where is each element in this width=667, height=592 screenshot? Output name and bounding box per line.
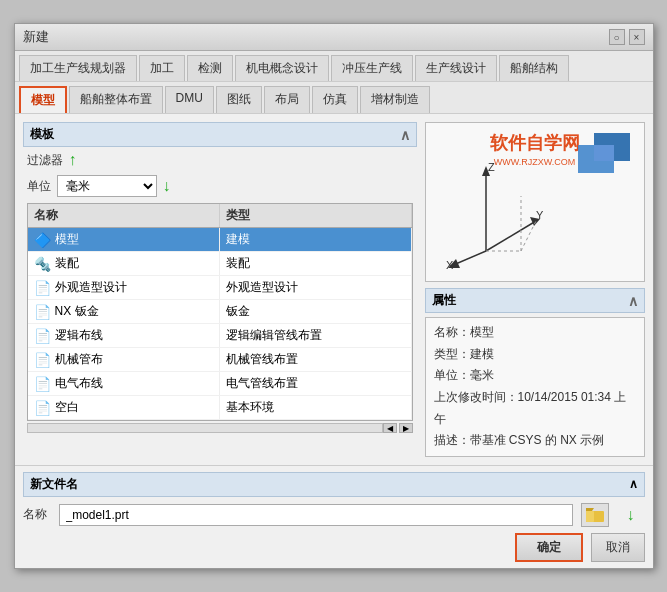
prop-type-label: 类型：	[434, 347, 470, 361]
table-row[interactable]: 📄 逻辑布线 逻辑编辑管线布置	[28, 324, 412, 348]
col-name-header: 名称	[28, 204, 220, 227]
horizontal-scrollbar[interactable]	[27, 423, 383, 433]
col-type-header: 类型	[220, 204, 412, 227]
down-arrow-icon: ↓	[627, 506, 635, 524]
properties-content: 名称：模型 类型：建模 单位：毫米 上次修改时间：10/14/2015 01:3…	[425, 317, 645, 457]
row-name: 机械管布	[55, 351, 103, 368]
prop-desc-label: 描述：	[434, 433, 470, 447]
filename-arrow-button[interactable]: ↓	[617, 503, 645, 527]
prop-modified-label: 上次修改时间：	[434, 390, 518, 404]
table-row[interactable]: 📄 电气布线 电气管线布置	[28, 372, 412, 396]
pipe-icon: 📄	[34, 352, 51, 368]
tabs-row2: 模型 船舶整体布置 DMU 图纸 布局 仿真 增材制造	[15, 82, 653, 114]
row-name: 电气布线	[55, 375, 103, 392]
templates-collapse-icon[interactable]: ∧	[400, 127, 410, 143]
table-cell-name: 📄 空白	[28, 396, 220, 419]
tab-dmu[interactable]: DMU	[165, 86, 214, 113]
properties-section: 属性 ∧ 名称：模型 类型：建模 单位：毫米 上次修改时间：10/14/2015…	[425, 288, 645, 457]
filename-collapse-icon[interactable]: ∧	[629, 477, 638, 491]
properties-label: 属性	[432, 292, 456, 309]
prop-modified: 上次修改时间：10/14/2015 01:34 上午	[434, 387, 636, 430]
prop-unit-label: 单位：	[434, 368, 470, 382]
tab-machining-line[interactable]: 加工生产线规划器	[19, 55, 137, 81]
tab-machining[interactable]: 加工	[139, 55, 185, 81]
row-name: 空白	[55, 399, 79, 416]
unit-row: 单位 毫米 英寸 ↓	[23, 175, 417, 197]
tab-simulation[interactable]: 仿真	[312, 86, 358, 113]
close-button[interactable]: ×	[629, 29, 645, 45]
bottom-area: 新文件名 ∧ 名称 ↓ 确定 取消	[15, 465, 653, 568]
table-cell-type: 建模	[220, 228, 412, 251]
assembly-icon: 🔩	[34, 256, 51, 272]
props-collapse-icon[interactable]: ∧	[628, 293, 638, 309]
right-panel: 软件自学网 WWW.RJZXW.COM Z	[425, 122, 645, 457]
tab-mcd[interactable]: 机电概念设计	[235, 55, 329, 81]
prop-name-value: 模型	[470, 325, 494, 339]
unit-select[interactable]: 毫米 英寸	[57, 175, 157, 197]
button-row: 确定 取消	[23, 533, 645, 562]
row-name: 装配	[55, 255, 79, 272]
tab-ship[interactable]: 船舶结构	[499, 55, 569, 81]
shape-icon: 📄	[34, 280, 51, 296]
ok-button[interactable]: 确定	[515, 533, 583, 562]
svg-marker-17	[586, 508, 594, 511]
tab-inspection[interactable]: 检测	[187, 55, 233, 81]
table-cell-type: 装配	[220, 252, 412, 275]
table-cell-type: 机械管线布置	[220, 348, 412, 371]
window-title: 新建	[23, 28, 49, 46]
table-row[interactable]: 📄 空白 基本环境	[28, 396, 412, 420]
filename-row: 名称 ↓	[23, 503, 645, 527]
tab-layout[interactable]: 布局	[264, 86, 310, 113]
scroll-right-btn[interactable]: ▶	[399, 423, 413, 433]
table-row[interactable]: 📄 机械管布 机械管线布置	[28, 348, 412, 372]
coordinate-system-svg: Z Y X	[446, 161, 546, 271]
tab-additive[interactable]: 增材制造	[360, 86, 430, 113]
table-row[interactable]: 📄 NX 钣金 钣金	[28, 300, 412, 324]
sheetmetal-icon: 📄	[34, 304, 51, 320]
filter-arrow-icon: ↑	[69, 151, 77, 169]
prop-type-value: 建模	[470, 347, 494, 361]
tab-stamping[interactable]: 冲压生产线	[331, 55, 413, 81]
tab-model[interactable]: 模型	[19, 86, 67, 113]
table-row[interactable]: 🔷 模型 建模	[28, 228, 412, 252]
row-name: NX 钣金	[55, 303, 99, 320]
svg-text:Y: Y	[536, 209, 544, 221]
properties-section-header: 属性 ∧	[425, 288, 645, 313]
restore-button[interactable]: ○	[609, 29, 625, 45]
watermark-text: 软件自学网	[490, 131, 580, 155]
watermark-url: WWW.RJZXW.COM	[494, 157, 575, 167]
prop-unit-value: 毫米	[470, 368, 494, 382]
folder-button[interactable]	[581, 503, 609, 527]
title-bar: 新建 ○ ×	[15, 24, 653, 51]
tab-ship-layout[interactable]: 船舶整体布置	[69, 86, 163, 113]
scroll-left-btn[interactable]: ◀	[383, 423, 397, 433]
filename-section-header: 新文件名 ∧	[23, 472, 645, 497]
table-row[interactable]: 🔩 装配 装配	[28, 252, 412, 276]
table-row[interactable]: 📄 外观造型设计 外观造型设计	[28, 276, 412, 300]
table-cell-type: 电气管线布置	[220, 372, 412, 395]
filename-input[interactable]	[59, 504, 573, 526]
model-icon: 🔷	[34, 232, 51, 248]
content-area: 模板 ∧ 过滤器 ↑ 单位 毫米 英寸 ↓ 名称 类型	[15, 114, 653, 465]
table-cell-name: 📄 逻辑布线	[28, 324, 220, 347]
table-header: 名称 类型	[28, 204, 412, 228]
table-cell-type: 外观造型设计	[220, 276, 412, 299]
tab-drawing[interactable]: 图纸	[216, 86, 262, 113]
svg-text:X: X	[446, 259, 454, 271]
tab-line-design[interactable]: 生产线设计	[415, 55, 497, 81]
filter-row: 过滤器 ↑	[23, 151, 417, 169]
cancel-button[interactable]: 取消	[591, 533, 645, 562]
blank-icon: 📄	[34, 400, 51, 416]
row-name: 外观造型设计	[55, 279, 127, 296]
filename-label: 名称	[23, 506, 51, 523]
prop-type: 类型：建模	[434, 344, 636, 366]
unit-label: 单位	[27, 178, 51, 195]
routing-icon: 📄	[34, 328, 51, 344]
svg-rect-2	[594, 145, 614, 161]
templates-table: 名称 类型 🔷 模型 建模 🔩 装配	[27, 203, 413, 421]
filename-section-label: 新文件名	[30, 476, 78, 493]
main-window: 新建 ○ × 加工生产线规划器 加工 检测 机电概念设计 冲压生产线 生产线设计…	[14, 23, 654, 569]
prop-name: 名称：模型	[434, 322, 636, 344]
elec-icon: 📄	[34, 376, 51, 392]
row-name: 逻辑布线	[55, 327, 103, 344]
